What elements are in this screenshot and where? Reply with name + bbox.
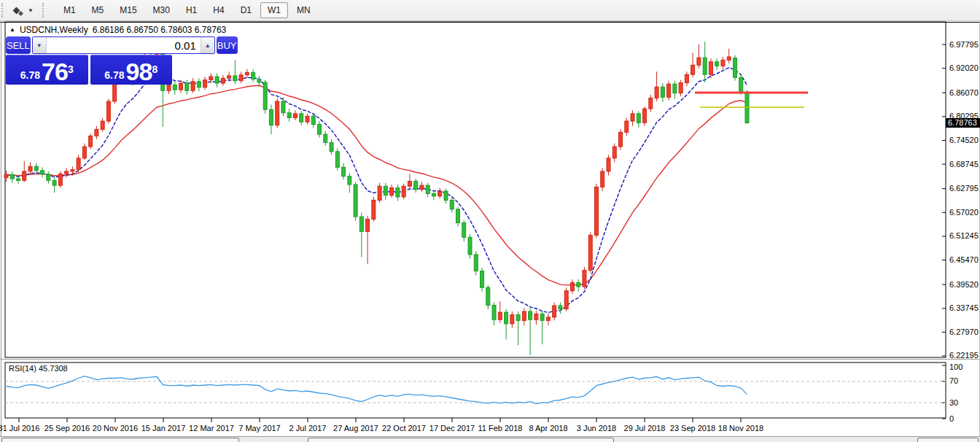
price-axis-label: 6.22195 — [949, 351, 979, 360]
timeframe-button-d1[interactable]: D1 — [233, 2, 259, 18]
chevron-down-icon[interactable]: ▼ — [28, 7, 34, 14]
sell-price-box[interactable]: 6.78 76 3 — [6, 55, 88, 85]
toolbar-grip-2[interactable] — [42, 3, 47, 18]
candle-body — [384, 186, 387, 195]
chart-tab-3[interactable] — [917, 438, 979, 442]
candle-body — [505, 312, 508, 324]
candle-body — [287, 113, 291, 118]
candle-body — [185, 83, 189, 90]
toolbar-grip[interactable] — [1, 3, 6, 18]
date-axis-label: 18 Nov 2018 — [718, 424, 763, 433]
candle-body — [47, 174, 50, 180]
diamond-small-icon — [18, 10, 23, 15]
candle-body — [34, 166, 38, 171]
candle-body — [10, 174, 14, 179]
candle-body — [715, 62, 719, 66]
candle-body — [697, 58, 701, 65]
candle-body — [65, 171, 69, 174]
mt4-window: ▼ M1M5M15M30H1H4D1W1MN ▲ USDCNH,Weekly 6… — [0, 0, 980, 442]
chart-tabs-strip[interactable] — [0, 436, 980, 442]
candle-body — [89, 136, 93, 147]
candle-body — [588, 235, 592, 270]
candle-body — [474, 255, 478, 271]
chart-tab-2[interactable] — [308, 438, 614, 442]
timeframe-button-w1[interactable]: W1 — [260, 2, 288, 18]
candle-body — [372, 200, 376, 219]
date-axis-label: 17 Dec 2017 — [429, 424, 475, 433]
candle-body — [23, 171, 26, 180]
rsi-axis-label: 0 — [949, 414, 954, 423]
collapse-triangle-icon[interactable]: ▲ — [9, 26, 15, 33]
candle-body — [432, 193, 435, 195]
volume-decrease-button[interactable]: ▼ — [33, 37, 47, 53]
timeframe-button-mn[interactable]: MN — [289, 2, 318, 18]
date-axis-label: 12 Mar 2017 — [189, 424, 234, 433]
sell-button[interactable]: SELL — [6, 36, 31, 54]
candle-body — [685, 74, 688, 82]
candle-body — [311, 116, 315, 124]
candle-body — [414, 181, 418, 189]
candle-body — [456, 209, 460, 223]
rsi-indicator-label: RSI(14) 45.7308 — [9, 364, 68, 373]
candle-body — [673, 84, 677, 93]
candle-body — [4, 174, 8, 177]
timeframe-button-m15[interactable]: M15 — [112, 2, 144, 18]
price-axis-label: 6.74520 — [949, 136, 979, 144]
candle-body — [233, 76, 237, 81]
timeframe-button-m1[interactable]: M1 — [56, 2, 83, 18]
candle-body — [257, 79, 261, 82]
candle-body — [450, 200, 454, 209]
date-axis-label: 31 Jul 2016 — [0, 424, 39, 433]
rsi-value: 45.7308 — [39, 364, 68, 373]
rsi-axis-label: 100 — [949, 362, 962, 371]
candle-body — [402, 186, 405, 197]
volume-input[interactable] — [47, 37, 201, 53]
window-frame-left — [1, 21, 1, 436]
candle-body — [330, 142, 333, 151]
candle-body — [637, 114, 640, 123]
candle-body — [269, 109, 273, 125]
candle-body — [293, 114, 297, 118]
candle-body — [546, 317, 550, 321]
candle-body — [359, 217, 363, 231]
candle-body — [703, 58, 707, 74]
candle-body — [529, 311, 532, 319]
timeframe-button-m5[interactable]: M5 — [85, 2, 112, 18]
price-axis-label: 6.68745 — [949, 160, 979, 168]
line-studies-icon[interactable]: ▼ — [9, 4, 38, 17]
volume-increase-button[interactable]: ▲ — [201, 37, 214, 53]
buy-price-box[interactable]: 6.78 98 8 — [90, 55, 173, 85]
candle-body — [52, 180, 56, 185]
timeframe-buttons: M1M5M15M30H1H4D1W1MN — [56, 2, 318, 18]
timeframe-button-h4[interactable]: H4 — [206, 2, 231, 18]
price-axis-label: 6.57020 — [949, 208, 979, 217]
date-axis-label: 20 Nov 2016 — [93, 424, 138, 433]
candle-body — [203, 80, 207, 88]
candle-body — [197, 82, 201, 88]
candle-body — [173, 85, 176, 90]
buy-button[interactable]: BUY — [217, 36, 238, 54]
candle-body — [179, 83, 183, 90]
timeframe-button-m30[interactable]: M30 — [146, 2, 177, 18]
candle-body — [276, 101, 279, 125]
candle-body — [335, 152, 339, 167]
candle-body — [481, 271, 484, 288]
ma-slow-line — [7, 85, 747, 285]
candle-body — [594, 187, 598, 235]
chart-tab[interactable] — [1, 438, 239, 442]
candle-body — [167, 85, 171, 90]
candle-body — [468, 237, 472, 255]
candle-body — [58, 174, 62, 185]
candle-body — [486, 287, 490, 305]
candle-body — [691, 65, 695, 74]
date-axis-label: 7 May 2017 — [238, 424, 280, 433]
candle-body — [378, 186, 381, 200]
buy-price-big: 98 — [126, 61, 152, 82]
buy-price-superscript: 8 — [152, 55, 158, 83]
candle-body — [462, 223, 466, 238]
timeframe-button-h1[interactable]: H1 — [179, 2, 204, 18]
candle-body — [498, 312, 502, 319]
sell-price-big: 76 — [42, 61, 68, 82]
candle-body — [245, 72, 249, 74]
candle-body — [71, 170, 74, 171]
